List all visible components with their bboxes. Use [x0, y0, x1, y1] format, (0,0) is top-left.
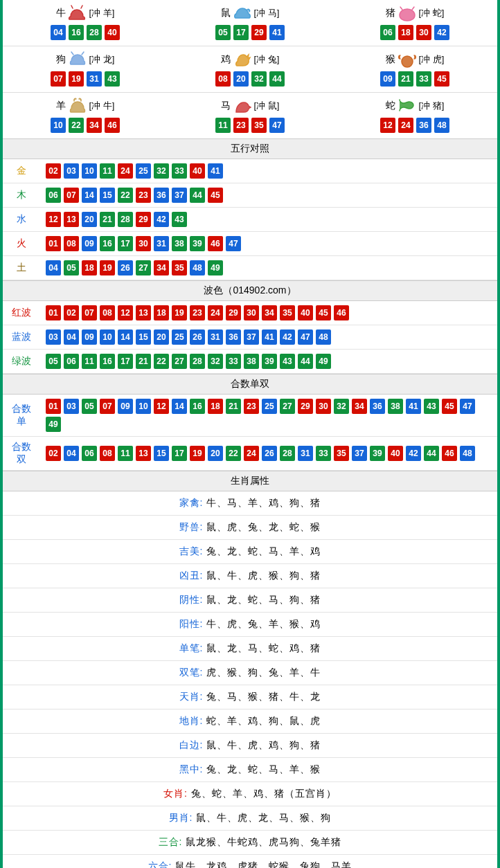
- number-chip: 39: [190, 236, 205, 251]
- number-chip: 29: [136, 212, 151, 227]
- number-chip: 24: [208, 305, 223, 320]
- zodiac-numbers: 05172941: [168, 25, 332, 40]
- number-chip: 40: [298, 305, 313, 320]
- number-chip: 01: [46, 236, 61, 251]
- number-chip: 25: [136, 163, 151, 179]
- number-chip: 03: [64, 163, 79, 179]
- number-chip: 20: [233, 71, 249, 87]
- table-row: 合数单 010305070910121416182123252729303234…: [3, 395, 497, 437]
- number-chip: 09: [82, 329, 97, 345]
- zodiac-name: 狗: [56, 53, 66, 66]
- number-chip: 33: [226, 354, 241, 369]
- number-chip: 34: [154, 260, 169, 275]
- number-chip: 05: [46, 354, 61, 369]
- number-chip: 30: [316, 399, 331, 414]
- attr-row: 家禽: 牛、马、羊、鸡、狗、猪: [3, 491, 497, 516]
- number-chip: 07: [51, 71, 66, 87]
- number-chip: 04: [46, 260, 61, 275]
- number-chip: 21: [136, 354, 151, 369]
- attr-row: 白边: 鼠、牛、虎、鸡、狗、猪: [3, 734, 497, 758]
- zodiac-name: 羊: [56, 100, 66, 112]
- zodiac-numbers: 10223446: [3, 118, 168, 133]
- number-chip: 11: [215, 118, 231, 133]
- number-chip: 45: [208, 188, 223, 203]
- number-chip: 21: [100, 212, 115, 227]
- attr-value: 兔、马、猴、猪、牛、龙: [206, 691, 321, 702]
- number-chip: 26: [190, 329, 205, 345]
- row-label: 木: [3, 183, 40, 208]
- horse-icon: [232, 97, 253, 115]
- number-chip: 18: [82, 260, 97, 275]
- attr-value: 虎、猴、狗、兔、羊、牛: [206, 667, 321, 678]
- row-numbers: 0103050709101214161821232527293032343638…: [40, 395, 497, 437]
- number-chip: 30: [136, 236, 151, 251]
- number-chip: 28: [280, 446, 295, 461]
- number-chip: 47: [460, 399, 475, 414]
- number-chip: 38: [172, 236, 187, 251]
- attr-label: 黑中:: [179, 763, 207, 775]
- attr-row: 阴性: 鼠、龙、蛇、马、狗、猪: [3, 588, 497, 613]
- zodiac-grid: 牛 [冲 羊] 04162840 鼠 [冲 马] 05172941 猪 [冲 蛇…: [3, 0, 497, 138]
- table-row: 合数双 020406081113151719202224262831333537…: [3, 437, 497, 471]
- number-chip: 19: [100, 260, 115, 275]
- zodiac-conflict: [冲 猪]: [419, 100, 445, 112]
- number-chip: 31: [87, 71, 102, 87]
- attr-label: 男肖:: [169, 812, 197, 823]
- number-chip: 41: [208, 163, 223, 179]
- zodiac-conflict: [冲 鼠]: [254, 100, 280, 112]
- number-chip: 35: [251, 118, 267, 133]
- snake-icon: [397, 97, 418, 115]
- row-label: 蓝波: [3, 325, 40, 350]
- number-chip: 06: [380, 25, 395, 40]
- zodiac-cell: 马 [冲 鼠] 11233547: [168, 93, 332, 138]
- number-chip: 17: [118, 354, 133, 369]
- number-chip: 29: [226, 305, 241, 320]
- wuxing-header: 五行对照: [3, 138, 497, 159]
- number-chip: 49: [46, 417, 61, 432]
- attr-row: 凶丑: 鼠、牛、虎、猴、狗、猪: [3, 564, 497, 588]
- heshu-table: 合数单 010305070910121416182123252729303234…: [3, 395, 497, 471]
- number-chip: 48: [460, 446, 475, 461]
- zodiac-cell: 鼠 [冲 马] 05172941: [168, 0, 332, 46]
- zodiac-numbers: 11233547: [168, 118, 332, 133]
- row-label: 合数单: [3, 395, 40, 437]
- number-chip: 22: [118, 188, 133, 203]
- number-chip: 44: [269, 71, 285, 87]
- number-chip: 41: [269, 25, 285, 40]
- zodiac-cell: 牛 [冲 羊] 04162840: [3, 0, 168, 46]
- number-chip: 39: [370, 446, 385, 461]
- number-chip: 48: [190, 260, 205, 275]
- number-chip: 38: [388, 399, 403, 414]
- number-chip: 20: [82, 212, 97, 227]
- attr-list: 家禽: 牛、马、羊、鸡、狗、猪野兽: 鼠、虎、兔、龙、蛇、猴吉美: 兔、龙、蛇、…: [3, 491, 497, 868]
- number-chip: 15: [100, 188, 115, 203]
- table-row: 红波 0102070812131819232429303435404546: [3, 301, 497, 325]
- number-chip: 35: [280, 305, 295, 320]
- attr-label: 家禽:: [179, 497, 207, 508]
- number-chip: 29: [251, 25, 267, 40]
- zodiac-cell: 蛇 [冲 猪] 12243648: [332, 93, 497, 138]
- row-numbers: 0204060811131517192022242628313335373940…: [40, 437, 497, 471]
- table-row: 木 06071415222336374445: [3, 183, 497, 208]
- attr-row: 野兽: 鼠、虎、兔、龙、蛇、猴: [3, 516, 497, 540]
- attr-row: 女肖: 兔、蛇、羊、鸡、猪（五宫肖）: [3, 782, 497, 806]
- number-chip: 47: [298, 329, 313, 345]
- number-chip: 10: [51, 118, 66, 133]
- number-chip: 35: [172, 260, 187, 275]
- zodiac-conflict: [冲 蛇]: [419, 7, 445, 19]
- number-chip: 17: [233, 25, 249, 40]
- number-chip: 34: [87, 118, 102, 133]
- number-chip: 37: [172, 188, 187, 203]
- number-chip: 19: [172, 305, 187, 320]
- number-chip: 04: [51, 25, 66, 40]
- number-chip: 09: [118, 399, 133, 414]
- number-chip: 34: [262, 305, 277, 320]
- number-chip: 45: [442, 399, 457, 414]
- number-chip: 40: [388, 446, 403, 461]
- main-wrapper: 牛 [冲 羊] 04162840 鼠 [冲 马] 05172941 猪 [冲 蛇…: [0, 0, 500, 868]
- number-chip: 40: [105, 25, 120, 40]
- number-chip: 39: [262, 354, 277, 369]
- number-chip: 26: [118, 260, 133, 275]
- table-row: 水 1213202128294243: [3, 208, 497, 232]
- number-chip: 49: [316, 354, 331, 369]
